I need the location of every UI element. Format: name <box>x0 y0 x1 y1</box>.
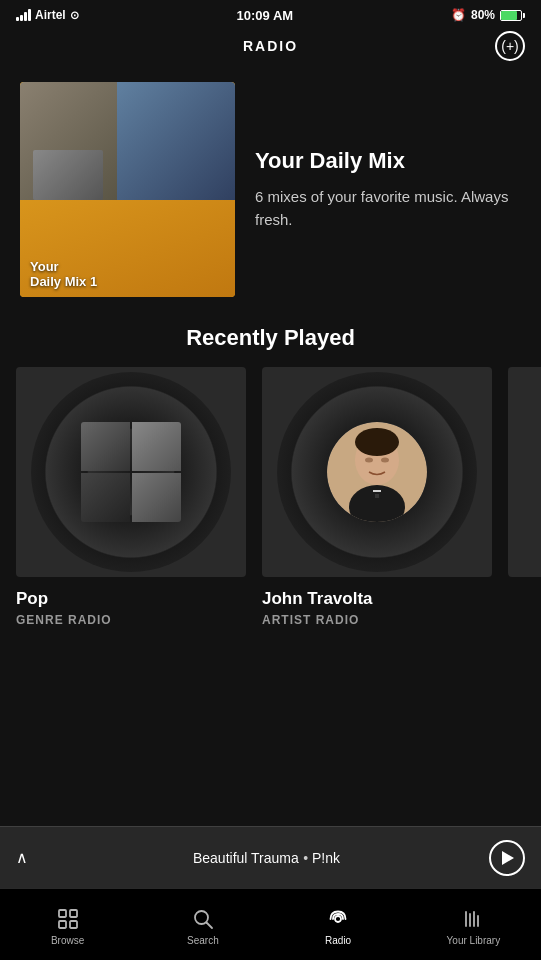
daily-mix-thumbnail[interactable]: ESC Your Daily Mix 1 <box>20 82 235 297</box>
browse-label: Browse <box>51 935 84 946</box>
mix-label-line1: Your <box>30 259 97 274</box>
radio-icon <box>326 907 350 931</box>
alarm-icon: ⏰ <box>451 8 466 22</box>
play-button[interactable] <box>489 840 525 876</box>
chevron-up-icon: ∧ <box>16 848 28 867</box>
svg-rect-10 <box>373 490 381 492</box>
pop-card-title: Pop <box>16 589 246 609</box>
pop-thumbnail <box>16 367 246 577</box>
page-header: RADIO (+) <box>0 28 541 62</box>
radio-label: Radio <box>325 935 351 946</box>
svg-rect-14 <box>70 921 77 928</box>
add-button[interactable]: (+) <box>495 31 525 61</box>
radio-card-travolta[interactable]: John Travolta ARTIST RADIO <box>262 367 492 627</box>
nav-item-search[interactable]: Search <box>135 903 270 946</box>
status-bar: Airtel ⊙ 10:09 AM ⏰ 80% <box>0 0 541 28</box>
search-label: Search <box>187 935 219 946</box>
svg-line-16 <box>206 923 212 929</box>
recently-played-section: Recently Played Pop GENRE RADIO <box>0 317 541 627</box>
library-icon <box>461 907 485 931</box>
nav-item-radio[interactable]: Radio <box>271 903 406 946</box>
status-time: 10:09 AM <box>237 8 294 23</box>
library-label: Your Library <box>447 935 501 946</box>
svg-point-17 <box>335 916 341 922</box>
battery-percent: 80% <box>471 8 495 22</box>
play-icon <box>502 851 514 865</box>
nav-item-your-library[interactable]: Your Library <box>406 903 541 946</box>
radio-card-pop[interactable]: Pop GENRE RADIO <box>16 367 246 627</box>
daily-mix-section: ESC Your Daily Mix 1 Your Daily Mix 6 mi… <box>0 62 541 317</box>
svg-rect-13 <box>59 921 66 928</box>
svg-rect-9 <box>375 494 379 498</box>
status-right: ⏰ 80% <box>451 8 525 22</box>
svg-point-4 <box>365 458 373 463</box>
svg-rect-12 <box>70 910 77 917</box>
browse-icon <box>56 907 80 931</box>
status-left: Airtel ⊙ <box>16 8 79 22</box>
svg-point-5 <box>381 458 389 463</box>
now-playing-artist: P!nk <box>312 850 340 866</box>
artist-photo <box>327 422 427 522</box>
daily-mix-description: 6 mixes of your favorite music. Always f… <box>255 186 521 231</box>
now-playing-bar[interactable]: ∧ Beautiful Trauma • P!nk <box>0 826 541 888</box>
daily-mix-info: Your Daily Mix 6 mixes of your favorite … <box>255 148 521 231</box>
bottom-navigation: Browse Search Radio Your Library <box>0 888 541 960</box>
vinyl-disc-pop <box>31 372 231 572</box>
battery-icon <box>500 10 525 21</box>
now-playing-separator: • <box>303 850 312 866</box>
daily-mix-title: Your Daily Mix <box>255 148 521 174</box>
third-card-peek <box>508 367 541 627</box>
signal-icon <box>16 9 31 21</box>
carrier-name: Airtel <box>35 8 66 22</box>
pop-card-subtitle: GENRE RADIO <box>16 613 246 627</box>
svg-point-3 <box>355 428 399 456</box>
recently-played-row: Pop GENRE RADIO <box>0 367 541 627</box>
travolta-thumbnail <box>262 367 492 577</box>
now-playing-info: Beautiful Trauma • P!nk <box>44 849 489 867</box>
search-icon <box>191 907 215 931</box>
svg-rect-11 <box>59 910 66 917</box>
page-title: RADIO <box>243 38 298 54</box>
travolta-card-subtitle: ARTIST RADIO <box>262 613 492 627</box>
vinyl-disc-travolta <box>277 372 477 572</box>
pop-mosaic <box>81 422 181 522</box>
travolta-card-title: John Travolta <box>262 589 492 609</box>
mix-label-line2: Daily Mix 1 <box>30 274 97 289</box>
nav-item-browse[interactable]: Browse <box>0 903 135 946</box>
recently-played-title: Recently Played <box>0 317 541 367</box>
now-playing-song: Beautiful Trauma <box>193 850 299 866</box>
wifi-icon: ⊙ <box>70 9 79 22</box>
